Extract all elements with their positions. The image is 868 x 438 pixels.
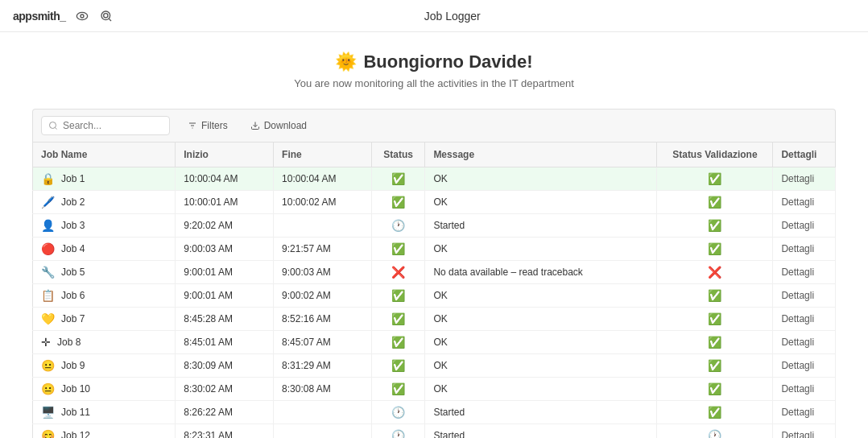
- cell-statusval: 🕐: [657, 424, 773, 439]
- clock-icon: 🕐: [708, 429, 721, 438]
- clock-icon: 🕐: [391, 429, 405, 438]
- cell-message: Started: [425, 424, 657, 439]
- cell-jobname: 🔒 Job 1: [33, 167, 176, 191]
- cell-jobname: 🔴 Job 4: [33, 238, 176, 261]
- cell-message: OK: [425, 191, 657, 214]
- cell-dettagli[interactable]: Dettagli: [773, 354, 836, 378]
- cell-message: OK: [425, 378, 657, 401]
- table-row: 😐 Job 9 8:30:09 AM 8:31:29 AM ✅ OK ✅ Det…: [33, 354, 836, 378]
- job-name-label: Job 2: [61, 196, 85, 208]
- cell-statusval: ✅: [657, 308, 773, 331]
- cell-message: Started: [425, 214, 657, 238]
- filters-button[interactable]: Filters: [183, 118, 233, 134]
- cell-inizio: 9:00:01 AM: [176, 284, 274, 308]
- dettagli-link[interactable]: Dettagli: [781, 360, 814, 371]
- cell-dettagli[interactable]: Dettagli: [773, 238, 836, 261]
- cell-dettagli[interactable]: Dettagli: [773, 308, 836, 331]
- job-name-label: Job 8: [57, 337, 81, 348]
- job-icon: 👤: [41, 219, 55, 232]
- col-header-status: Status: [371, 143, 424, 167]
- cell-inizio: 9:00:01 AM: [176, 261, 274, 284]
- cell-status: ✅: [371, 308, 424, 331]
- cell-status: ✅: [371, 354, 424, 378]
- check-icon: ✅: [391, 336, 405, 349]
- check-icon: ✅: [391, 312, 405, 325]
- dettagli-link[interactable]: Dettagli: [781, 267, 814, 278]
- dettagli-link[interactable]: Dettagli: [781, 173, 814, 184]
- dettagli-link[interactable]: Dettagli: [781, 383, 814, 395]
- dettagli-link[interactable]: Dettagli: [781, 290, 814, 301]
- cell-status: 🕐: [371, 214, 424, 238]
- dettagli-link[interactable]: Dettagli: [781, 337, 814, 348]
- search-circle-icon[interactable]: [98, 8, 114, 24]
- cell-dettagli[interactable]: Dettagli: [773, 378, 836, 401]
- cell-dettagli[interactable]: Dettagli: [773, 284, 836, 308]
- cell-message: OK: [425, 354, 657, 378]
- table-row: 💛 Job 7 8:45:28 AM 8:52:16 AM ✅ OK ✅ Det…: [33, 308, 836, 331]
- cell-fine: [274, 214, 372, 238]
- job-name-label: Job 12: [61, 430, 90, 438]
- cell-inizio: 8:45:01 AM: [176, 331, 274, 354]
- cell-statusval: ❌: [657, 261, 773, 284]
- search-input[interactable]: [63, 120, 159, 131]
- dettagli-link[interactable]: Dettagli: [781, 243, 814, 254]
- clock-icon: 🕐: [391, 406, 405, 419]
- eye-icon[interactable]: [74, 8, 90, 24]
- check-icon: ✅: [708, 242, 721, 255]
- cell-dettagli[interactable]: Dettagli: [773, 191, 836, 214]
- table-row: 👤 Job 3 9:20:02 AM 🕐 Started ✅ Dettagli: [33, 214, 836, 238]
- col-header-statusval: Status Validazione: [657, 143, 773, 167]
- greeting-section: 🌞 Buongiorno Davide! You are now monitor…: [32, 52, 836, 89]
- cell-message: Started: [425, 401, 657, 424]
- cell-message: OK: [425, 308, 657, 331]
- cell-message: OK: [425, 284, 657, 308]
- search-box[interactable]: [41, 116, 170, 135]
- check-icon: ✅: [391, 359, 405, 372]
- cell-fine: 9:21:57 AM: [274, 238, 372, 261]
- download-icon: [250, 121, 260, 130]
- job-icon: 📋: [41, 289, 55, 302]
- cell-status: ✅: [371, 284, 424, 308]
- dettagli-link[interactable]: Dettagli: [781, 407, 814, 418]
- cell-fine: 9:00:03 AM: [274, 261, 372, 284]
- cell-inizio: 10:00:01 AM: [176, 191, 274, 214]
- cell-statusval: ✅: [657, 331, 773, 354]
- cell-statusval: ✅: [657, 167, 773, 191]
- cell-dettagli[interactable]: Dettagli: [773, 331, 836, 354]
- cell-dettagli[interactable]: Dettagli: [773, 214, 836, 238]
- job-name-label: Job 5: [61, 267, 85, 278]
- cell-status: ✅: [371, 238, 424, 261]
- cell-fine: 8:30:08 AM: [274, 378, 372, 401]
- cell-statusval: ✅: [657, 191, 773, 214]
- cell-message: OK: [425, 167, 657, 191]
- check-icon: ✅: [391, 196, 405, 209]
- cell-status: ✅: [371, 191, 424, 214]
- page-content: 🌞 Buongiorno Davide! You are now monitor…: [0, 32, 868, 438]
- dettagli-link[interactable]: Dettagli: [781, 313, 814, 324]
- cell-dettagli[interactable]: Dettagli: [773, 167, 836, 191]
- clock-icon: 🕐: [391, 219, 405, 232]
- cell-status: 🕐: [371, 401, 424, 424]
- table-row: 🔴 Job 4 9:00:03 AM 9:21:57 AM ✅ OK ✅ Det…: [33, 238, 836, 261]
- job-name-label: Job 9: [61, 360, 85, 371]
- cell-message: OK: [425, 238, 657, 261]
- cell-jobname: 🖊️ Job 2: [33, 191, 176, 214]
- cell-message: OK: [425, 331, 657, 354]
- check-icon: ✅: [708, 336, 721, 349]
- cell-inizio: 9:20:02 AM: [176, 214, 274, 238]
- cell-inizio: 8:26:22 AM: [176, 401, 274, 424]
- download-button[interactable]: Download: [246, 118, 312, 134]
- cell-jobname: 💛 Job 7: [33, 308, 176, 331]
- check-icon: ✅: [391, 242, 405, 255]
- dettagli-link[interactable]: Dettagli: [781, 430, 814, 438]
- cell-dettagli[interactable]: Dettagli: [773, 261, 836, 284]
- cell-statusval: ✅: [657, 284, 773, 308]
- svg-line-6: [55, 127, 56, 129]
- cell-dettagli[interactable]: Dettagli: [773, 424, 836, 439]
- cell-dettagli[interactable]: Dettagli: [773, 401, 836, 424]
- job-name-label: Job 10: [61, 383, 90, 395]
- cell-fine: 10:00:02 AM: [274, 191, 372, 214]
- dettagli-link[interactable]: Dettagli: [781, 220, 814, 231]
- dettagli-link[interactable]: Dettagli: [781, 196, 814, 208]
- cell-status: ✅: [371, 167, 424, 191]
